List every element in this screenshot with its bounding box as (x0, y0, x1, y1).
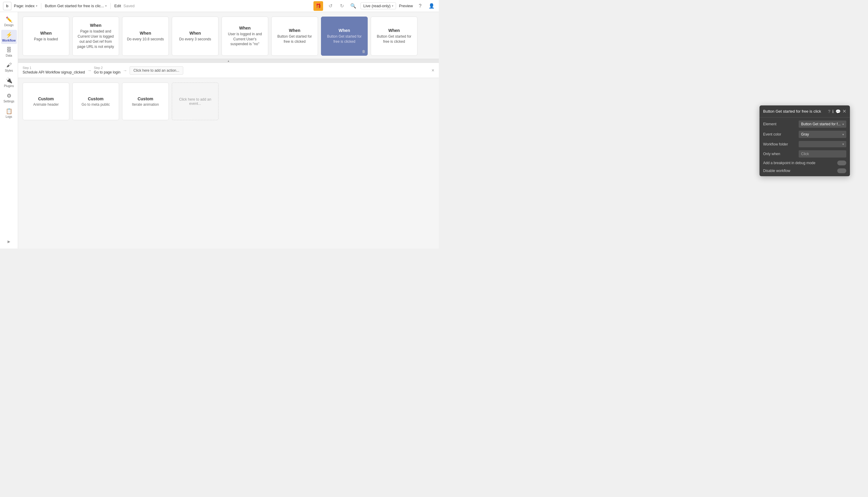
sidebar-item-logs[interactable]: 📋 Logs (1, 106, 17, 120)
sidebar: ✏️ Design ⚡ Workflow 🗄 Data 🖌 Styles 🔌 P… (0, 12, 18, 248)
sidebar-item-styles[interactable]: 🖌 Styles (1, 60, 17, 74)
when-desc-2: Do every 10.8 seconds (127, 37, 164, 42)
sidebar-item-workflow[interactable]: ⚡ Workflow (1, 30, 17, 44)
sidebar-item-settings[interactable]: ⚙ Settings (1, 91, 17, 105)
bottom-card-2-name: Iterate animation (132, 102, 159, 106)
sidebar-label-workflow: Workflow (2, 39, 16, 42)
collapse-handle[interactable]: ▲ (18, 59, 439, 63)
topbar-right: 🎁 ↺ ↻ 🔍 Live (read-only) ▾ Preview ? 👤 (313, 1, 436, 11)
close-steps-button[interactable]: × (432, 68, 434, 73)
sidebar-label-settings: Settings (3, 100, 14, 103)
workflow-card-6[interactable]: When Button Get started for free is clic… (321, 17, 368, 56)
topbar: b Page: index ▾ Button Get started for f… (0, 0, 439, 12)
bottom-card-0-type: Custom (38, 96, 54, 101)
workflow-card-5[interactable]: When Button Get started for free is clic… (271, 17, 318, 56)
workflow-top-section: When Page is loaded When Page is loaded … (18, 12, 439, 59)
content-area: When Page is loaded When Page is loaded … (18, 12, 439, 248)
live-label: Live (read-only) (363, 4, 390, 8)
bottom-card-1-type: Custom (88, 96, 103, 101)
add-action-button[interactable]: Click here to add an action... (130, 66, 183, 75)
bottom-card-1[interactable]: Custom Go to meta public (72, 83, 119, 120)
bottom-card-0[interactable]: Custom Animate header (23, 83, 69, 120)
when-label-2: When (140, 31, 151, 36)
steps-bar: Step 1 Schedule API Workflow signup_clic… (18, 63, 439, 78)
workflow-card-2[interactable]: When Do every 10.8 seconds (122, 17, 169, 56)
when-desc-3: Do every 3 seconds (179, 37, 211, 42)
undo-icon[interactable]: ↺ (326, 2, 335, 10)
workflow-icon: ⚡ (6, 32, 12, 38)
bottom-card-add[interactable]: Click here to add an event... (172, 83, 219, 120)
live-mode-selector[interactable]: Live (read-only) ▾ (361, 2, 396, 9)
when-desc-4: User is logged in and Current User's sus… (225, 32, 265, 47)
logs-icon: 📋 (6, 108, 12, 114)
settings-icon: ⚙ (6, 93, 12, 99)
step-2-label: Step 2 (94, 66, 121, 70)
delete-icon-6[interactable]: 🗑 (362, 49, 366, 54)
step-1: Step 1 Schedule API Workflow signup_clic… (23, 66, 85, 74)
sidebar-label-design: Design (4, 24, 14, 27)
when-label-0: When (40, 31, 52, 36)
bottom-card-0-name: Animate header (33, 102, 59, 106)
when-label-3: When (189, 31, 201, 36)
user-icon[interactable]: 👤 (428, 2, 436, 10)
workflow-card-3[interactable]: When Do every 3 seconds (172, 17, 219, 56)
sidebar-label-logs: Logs (6, 115, 12, 118)
sidebar-item-plugins[interactable]: 🔌 Plugins (1, 75, 17, 89)
workflow-bottom-section: Custom Animate header Custom Go to meta … (18, 78, 439, 248)
collapse-icon: ▲ (227, 60, 230, 62)
divider-2 (110, 3, 111, 9)
when-desc-1: Page is loaded and Current User is logge… (76, 29, 116, 49)
divider-1 (41, 3, 41, 9)
gift-icon[interactable]: 🎁 (313, 1, 323, 11)
button-label-text: Button Get started for free is clic... (45, 4, 104, 8)
data-icon: 🗄 (6, 47, 12, 53)
when-desc-0: Page is loaded (34, 37, 58, 42)
step-1-action[interactable]: Schedule API Workflow signup_clicked (23, 70, 85, 74)
when-label-1: When (90, 23, 101, 28)
when-desc-5: Button Get started for free is clicked (275, 34, 314, 44)
live-arrow-icon: ▾ (392, 4, 393, 8)
sidebar-collapse-arrow[interactable]: ▶ (5, 237, 13, 246)
when-label-6: When (338, 28, 350, 33)
sidebar-label-data: Data (6, 54, 12, 57)
workflow-card-0[interactable]: When Page is loaded (23, 17, 69, 56)
styles-icon: 🖌 (6, 62, 12, 68)
sidebar-label-styles: Styles (5, 69, 13, 72)
when-desc-6: Button Get started for free is clicked (324, 34, 364, 44)
saved-label: Saved (124, 4, 135, 8)
bottom-card-2-type: Custom (137, 96, 153, 101)
when-label-5: When (289, 28, 300, 33)
page-selector[interactable]: Page: index ▾ (14, 4, 37, 8)
plugins-icon: 🔌 (6, 77, 12, 84)
design-icon: ✏️ (6, 16, 12, 23)
when-desc-7: Button Get started for free is clicked (374, 34, 414, 44)
edit-label: Edit (114, 4, 121, 8)
step-1-label: Step 1 (23, 66, 85, 70)
logo: b (3, 2, 12, 10)
sidebar-item-design[interactable]: ✏️ Design (1, 14, 17, 29)
bottom-cards-row: Custom Animate header Custom Go to meta … (23, 83, 434, 120)
main-layout: ✏️ Design ⚡ Workflow 🗄 Data 🖌 Styles 🔌 P… (0, 12, 439, 248)
search-icon[interactable]: 🔍 (349, 2, 358, 10)
button-label-arrow-icon: ▾ (105, 4, 107, 8)
step-2: Step 2 Go to page login (94, 66, 121, 74)
redo-icon[interactable]: ↻ (338, 2, 346, 10)
step-arrow-2: → (123, 68, 127, 73)
sidebar-label-plugins: Plugins (4, 84, 14, 88)
bottom-card-2[interactable]: Custom Iterate animation (122, 83, 169, 120)
page-name: Page: index (14, 4, 35, 8)
workflow-cards-row: When Page is loaded When Page is loaded … (23, 17, 434, 59)
button-label-selector[interactable]: Button Get started for free is clic... ▾ (45, 4, 107, 8)
when-label-7: When (388, 28, 400, 33)
bottom-card-1-name: Go to meta public (81, 102, 110, 106)
workflow-card-1[interactable]: When Page is loaded and Current User is … (72, 17, 119, 56)
workflow-card-4[interactable]: When User is logged in and Current User'… (222, 17, 268, 56)
page-arrow-icon: ▾ (36, 4, 37, 8)
step-2-action[interactable]: Go to page login (94, 70, 121, 74)
help-icon[interactable]: ? (416, 2, 424, 10)
step-arrow-1: → (87, 68, 92, 73)
sidebar-item-data[interactable]: 🗄 Data (1, 45, 17, 59)
when-label-4: When (239, 26, 250, 30)
workflow-card-7[interactable]: When Button Get started for free is clic… (371, 17, 417, 56)
preview-button[interactable]: Preview (399, 4, 413, 8)
